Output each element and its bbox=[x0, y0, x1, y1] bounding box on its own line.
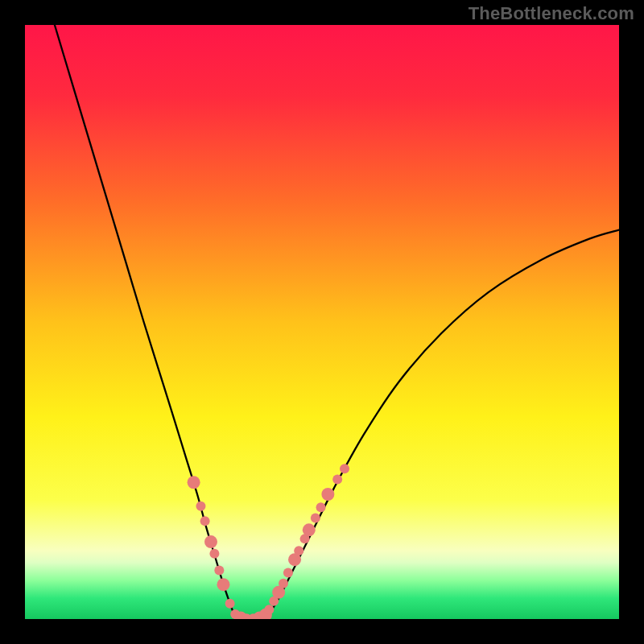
data-point bbox=[209, 549, 219, 559]
data-point bbox=[204, 535, 217, 548]
data-point bbox=[311, 514, 320, 523]
data-point bbox=[340, 464, 349, 473]
chart-stage: TheBottleneck.com bbox=[0, 0, 644, 644]
watermark-text: TheBottleneck.com bbox=[469, 3, 634, 24]
data-point bbox=[294, 546, 303, 555]
plot-background bbox=[25, 25, 619, 619]
data-point bbox=[264, 605, 274, 614]
data-point bbox=[214, 565, 224, 575]
data-point bbox=[217, 578, 229, 591]
data-point bbox=[316, 502, 326, 512]
data-point bbox=[200, 516, 210, 526]
data-point bbox=[321, 488, 334, 501]
data-point bbox=[196, 502, 205, 511]
data-point bbox=[279, 579, 288, 588]
data-point bbox=[303, 523, 316, 536]
bottleneck-chart bbox=[0, 0, 644, 644]
data-point bbox=[188, 476, 200, 489]
data-point bbox=[283, 568, 293, 577]
data-point bbox=[332, 475, 342, 485]
data-point bbox=[225, 599, 235, 609]
